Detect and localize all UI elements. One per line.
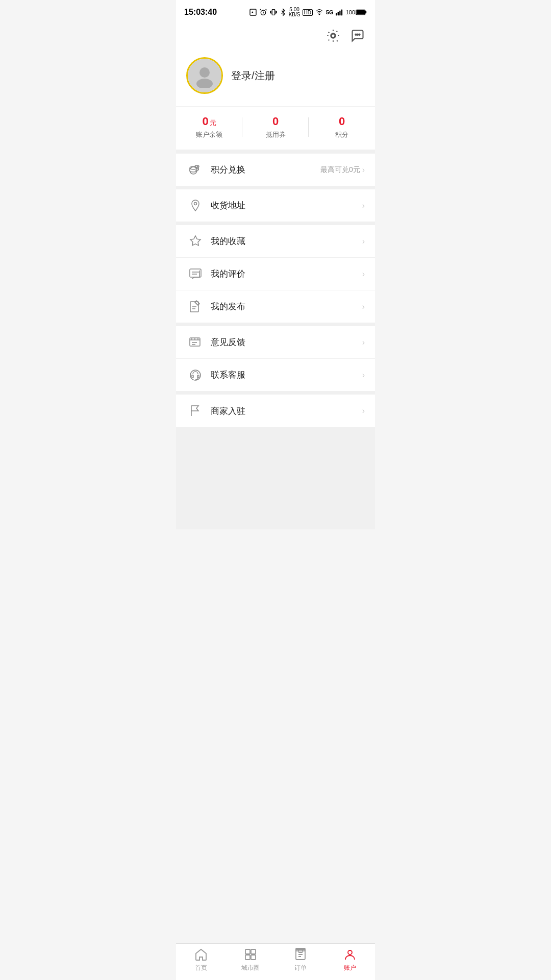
hd-badge: HD — [303, 9, 313, 16]
coins-icon — [186, 161, 205, 179]
tab-home[interactable]: 首页 — [176, 944, 226, 976]
customer-service-label: 联系客服 — [211, 369, 362, 381]
svg-point-11 — [332, 34, 335, 38]
alarm-icon — [259, 8, 267, 16]
home-icon — [194, 947, 208, 962]
svg-rect-7 — [341, 9, 342, 15]
status-time: 15:03:40 — [184, 8, 217, 17]
svg-rect-2 — [272, 10, 274, 15]
vibrate-icon — [269, 8, 278, 16]
tab-account[interactable]: 账户 — [325, 944, 375, 976]
tab-account-label: 账户 — [344, 964, 356, 972]
settings-button[interactable] — [324, 27, 342, 45]
tab-home-label: 首页 — [195, 964, 207, 972]
tab-city-circle-label: 城市圈 — [241, 964, 260, 972]
reviews-arrow: › — [362, 270, 365, 279]
coupon-label: 抵用券 — [242, 130, 309, 139]
merchant-join-arrow: › — [362, 406, 365, 415]
menu-item-posts[interactable]: 我的发布 › — [176, 290, 375, 323]
signal-bars — [336, 9, 344, 16]
section-divider-1 — [176, 150, 375, 154]
points-exchange-extra: 最高可兑0元 — [320, 165, 360, 175]
default-avatar-icon — [192, 63, 217, 88]
customer-service-arrow: › — [362, 371, 365, 380]
gray-area — [176, 427, 375, 529]
svg-point-13 — [357, 34, 358, 35]
points-exchange-label: 积分兑换 — [211, 164, 320, 176]
merchant-join-label: 商家入驻 — [211, 405, 362, 417]
coupon-stat[interactable]: 0 抵用券 — [242, 115, 309, 139]
message-button[interactable] — [348, 27, 367, 45]
menu-section: 积分兑换 最高可兑0元 › 收货地址 › 我的收藏 › — [176, 154, 375, 427]
balance-stat[interactable]: 0元 账户余额 — [176, 115, 242, 139]
favorites-arrow: › — [362, 237, 365, 246]
svg-point-15 — [199, 67, 210, 78]
svg-rect-38 — [251, 949, 256, 954]
svg-rect-37 — [245, 949, 250, 954]
avatar-image — [188, 59, 221, 92]
stats-row: 0元 账户余额 0 抵用券 0 积分 — [176, 106, 375, 150]
location-icon — [186, 197, 205, 215]
coupon-value: 0 — [242, 115, 309, 128]
svg-rect-39 — [245, 955, 250, 960]
tab-orders-label: 订单 — [294, 964, 307, 972]
svg-rect-5 — [337, 12, 338, 15]
menu-item-merchant-join[interactable]: 商家入驻 › — [176, 395, 375, 427]
menu-item-favorites[interactable]: 我的收藏 › — [176, 225, 375, 258]
points-value: 0 — [309, 115, 375, 128]
svg-point-16 — [196, 79, 213, 88]
points-exchange-arrow: › — [362, 165, 365, 175]
top-action-bar — [176, 22, 375, 49]
balance-value: 0元 — [176, 115, 242, 128]
menu-item-shipping-address[interactable]: 收货地址 › — [176, 189, 375, 222]
shipping-address-arrow: › — [362, 201, 365, 210]
feedback-icon — [186, 333, 205, 352]
star-icon — [186, 232, 205, 251]
menu-item-points-exchange[interactable]: 积分兑换 最高可兑0元 › — [176, 154, 375, 186]
reviews-label: 我的评价 — [211, 268, 362, 280]
feedback-label: 意见反馈 — [211, 336, 362, 348]
battery-icon — [356, 9, 367, 15]
tab-city-circle[interactable]: 城市圈 — [226, 944, 276, 976]
status-bar: 15:03:40 5.00KB/S HD 5G 100 — [176, 0, 375, 22]
favorites-label: 我的收藏 — [211, 235, 362, 247]
account-icon — [343, 947, 357, 962]
bluetooth-icon — [280, 8, 287, 16]
nfc-icon — [249, 8, 257, 16]
battery-indicator: 100 — [346, 9, 367, 15]
svg-marker-21 — [190, 236, 201, 246]
balance-label: 账户余额 — [176, 130, 242, 139]
speed-indicator: 5.00KB/S — [289, 7, 300, 17]
svg-rect-9 — [365, 11, 366, 14]
flag-icon — [186, 402, 205, 420]
status-icons: 5.00KB/S HD 5G 100 — [249, 7, 367, 17]
svg-point-3 — [319, 14, 320, 15]
svg-point-43 — [348, 950, 352, 954]
menu-item-reviews[interactable]: 我的评价 › — [176, 258, 375, 290]
svg-rect-40 — [251, 955, 256, 960]
svg-point-20 — [194, 202, 197, 205]
wifi-icon — [315, 9, 324, 16]
tab-orders[interactable]: 订单 — [276, 944, 325, 976]
profile-section[interactable]: 登录/注册 — [176, 49, 375, 106]
avatar[interactable] — [186, 57, 223, 94]
customer-service-icon — [186, 366, 205, 384]
feedback-arrow: › — [362, 338, 365, 347]
svg-point-12 — [355, 34, 356, 35]
points-stat[interactable]: 0 积分 — [309, 115, 375, 139]
svg-rect-6 — [339, 11, 340, 16]
points-label: 积分 — [309, 130, 375, 139]
shipping-address-label: 收货地址 — [211, 200, 362, 211]
posts-label: 我的发布 — [211, 301, 362, 312]
posts-arrow: › — [362, 302, 365, 311]
svg-rect-4 — [336, 13, 337, 16]
comment-icon — [186, 265, 205, 283]
menu-item-customer-service[interactable]: 联系客服 › — [176, 359, 375, 391]
svg-point-14 — [359, 34, 360, 35]
5g-badge-1: 5G — [326, 9, 334, 15]
login-register-button[interactable]: 登录/注册 — [231, 69, 275, 83]
city-circle-icon — [243, 947, 258, 962]
svg-rect-10 — [357, 10, 365, 14]
menu-item-feedback[interactable]: 意见反馈 › — [176, 326, 375, 359]
orders-icon — [293, 947, 308, 962]
